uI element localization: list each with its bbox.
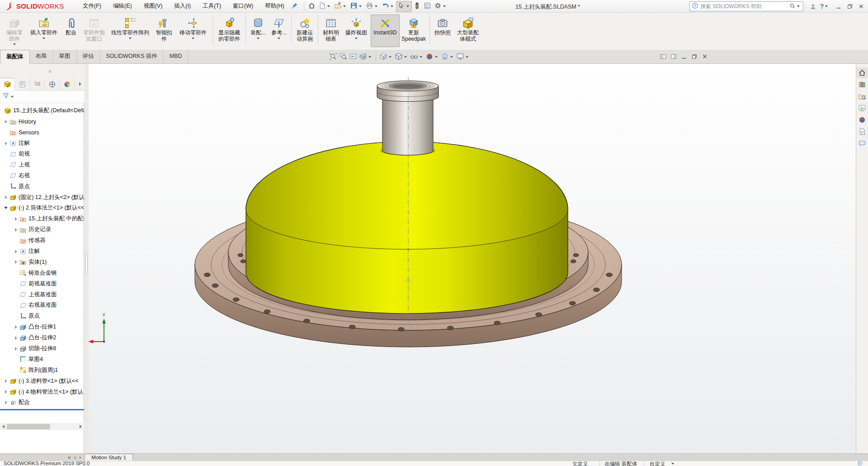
tree-item[interactable]: 阵列(圆周)1 xyxy=(0,365,84,376)
ribbon-button-assembly-feat[interactable]: 装配... xyxy=(248,14,269,47)
tree-expander[interactable] xyxy=(3,390,9,394)
search-input[interactable]: 搜索 SOLIDWORKS 帮助 xyxy=(700,3,789,10)
ribbon-button-linear-pattern[interactable]: 线性零部件阵列 xyxy=(108,14,153,47)
headsup-orient-button[interactable] xyxy=(378,52,394,62)
tree-expander[interactable] xyxy=(3,195,9,199)
search-box[interactable]: ? 搜索 SOLIDWORKS 帮助 xyxy=(689,1,803,11)
minimize-button[interactable] xyxy=(833,2,844,11)
print-dropdown-caret[interactable] xyxy=(375,5,377,7)
options-list-button[interactable] xyxy=(422,1,433,12)
tree-item[interactable]: (-) 4.物料管法兰<1> (默认 xyxy=(0,386,84,397)
tree-item[interactable]: 传感器 xyxy=(0,235,84,246)
command-tab-3[interactable]: 评估 xyxy=(77,50,100,64)
select-dropdown-caret[interactable] xyxy=(406,5,409,7)
ribbon-button-speedpak[interactable]: 更新Speedpak xyxy=(400,14,428,47)
help-button[interactable]: ? xyxy=(819,2,830,11)
feature-manager-tab-configurations[interactable] xyxy=(30,78,45,90)
tree-item[interactable]: 原点 xyxy=(0,311,84,322)
scene-dropdown-caret[interactable] xyxy=(450,56,453,58)
taskpane-custom-properties-button[interactable] xyxy=(857,126,868,137)
tree-item[interactable]: (-) 2.筒体法兰<1> (默认<< xyxy=(0,203,84,214)
section-dropdown-caret[interactable] xyxy=(368,56,371,58)
pin-icon[interactable] xyxy=(291,2,298,10)
taskpane-design-library-button[interactable] xyxy=(857,79,868,90)
ribbon-button-snapshot[interactable]: 拍快照 xyxy=(432,14,453,47)
ribbon-dropdown-caret[interactable] xyxy=(13,43,16,45)
tree-expander[interactable] xyxy=(13,336,19,340)
taskpane-home-button[interactable] xyxy=(857,67,868,78)
ribbon-button-large-assy[interactable]: 大型装配体模式 xyxy=(453,14,482,47)
headsup-appearance-button[interactable] xyxy=(425,52,440,62)
command-tab-5[interactable]: MBD xyxy=(164,50,189,64)
gear-dropdown-caret[interactable] xyxy=(443,5,446,7)
command-tab-1[interactable]: 布局 xyxy=(30,50,53,64)
doc-close-button[interactable] xyxy=(699,52,710,62)
tree-item[interactable]: 上视基准面 xyxy=(0,289,84,300)
command-tab-2[interactable]: 草图 xyxy=(53,50,77,64)
ribbon-button-explode[interactable]: 爆炸视图 xyxy=(342,14,371,47)
ribbon-dropdown-caret[interactable] xyxy=(192,38,194,39)
tree-item[interactable]: A注解 xyxy=(0,246,84,257)
scrollbar-thumb[interactable] xyxy=(7,424,50,429)
taskpane-view-palette-button[interactable] xyxy=(857,103,868,114)
appearance-dropdown-caret[interactable] xyxy=(435,56,438,58)
feature-manager-tab-features[interactable] xyxy=(0,78,15,90)
panel-expand-chevron[interactable] xyxy=(76,78,84,90)
tree-item[interactable]: 前视基准面 xyxy=(0,278,84,289)
status-tag-icon[interactable] xyxy=(857,461,863,466)
tree-expander[interactable] xyxy=(3,379,9,383)
ribbon-button-insert-comp[interactable]: 插入零部件 xyxy=(26,14,61,47)
tree-item[interactable]: 凸台-拉伸1 xyxy=(0,322,84,333)
open-button[interactable] xyxy=(333,1,349,12)
headsup-prev-view-button[interactable] xyxy=(348,52,358,62)
tree-item[interactable]: (-) 3.进料管<1> (默认<< xyxy=(0,376,84,386)
feature-manager-tab-dimxpert[interactable] xyxy=(45,78,60,90)
restore-button[interactable] xyxy=(844,2,855,11)
tree-item[interactable]: 历史记录 xyxy=(0,224,84,235)
ribbon-button-show-hide[interactable]: 显示隐藏的零部件 xyxy=(215,14,244,47)
print-button[interactable] xyxy=(364,1,380,12)
tree-item[interactable]: 右视基准面 xyxy=(0,300,84,311)
rebuild-button[interactable] xyxy=(412,1,422,12)
undo-dropdown-caret[interactable] xyxy=(391,5,393,7)
menu-item-0[interactable]: 文件(F) xyxy=(77,0,107,12)
view-settings-dropdown-caret[interactable] xyxy=(466,56,468,58)
gear-button[interactable] xyxy=(433,1,448,12)
home-button[interactable] xyxy=(307,1,317,12)
headsup-hide-show-button[interactable] xyxy=(409,52,425,62)
tree-expander[interactable] xyxy=(13,217,19,221)
orient-dropdown-caret[interactable] xyxy=(389,56,392,58)
headsup-section-button[interactable] xyxy=(358,52,373,62)
doc-pane-right-button[interactable] xyxy=(668,52,679,62)
doc-minimize-button[interactable] xyxy=(679,52,689,62)
tree-item[interactable]: 右视 xyxy=(0,170,84,181)
taskpane-appearances-button[interactable] xyxy=(857,114,868,125)
scroll-left-arrow[interactable] xyxy=(0,423,7,430)
3d-model-view[interactable]: Y X xyxy=(89,64,856,453)
motion-study-tab[interactable]: Motion Study 1 xyxy=(85,454,133,461)
tree-horizontal-scrollbar[interactable] xyxy=(0,423,84,430)
tree-item[interactable]: 凸台-拉伸2 xyxy=(0,333,84,343)
ribbon-button-bom[interactable]: 材料明细表 xyxy=(320,14,342,47)
tree-item[interactable]: 上视 xyxy=(0,159,84,170)
scroll-right-arrow[interactable] xyxy=(77,423,84,430)
motion-tab-nav-arrows[interactable]: « ‹ › xyxy=(68,454,82,461)
undo-button[interactable] xyxy=(380,1,396,12)
ribbon-button-move-comp[interactable]: 移动零部件 xyxy=(175,14,211,47)
tree-item[interactable]: 铸造合金钢 xyxy=(0,267,84,278)
ribbon-button-ref-geo[interactable]: 参考... xyxy=(269,14,289,47)
menu-item-4[interactable]: 工具(T) xyxy=(197,0,227,12)
menu-item-6[interactable]: 帮助(H) xyxy=(259,0,290,12)
ribbon-dropdown-caret[interactable] xyxy=(129,38,132,39)
tree-item[interactable]: 实体(1) xyxy=(0,257,84,267)
tree-item[interactable]: 前视 xyxy=(0,149,84,160)
save-dropdown-caret[interactable] xyxy=(359,5,362,7)
doc-pane-left-button[interactable] xyxy=(658,52,668,62)
search-icon[interactable] xyxy=(789,3,796,10)
ribbon-dropdown-caret[interactable] xyxy=(42,38,45,39)
new-doc-dropdown-caret[interactable] xyxy=(327,5,330,7)
tree-expander[interactable] xyxy=(3,207,9,209)
menu-item-2[interactable]: 视图(V) xyxy=(138,0,169,12)
headsup-zoom-fit-button[interactable] xyxy=(328,52,338,62)
status-custom-caret[interactable] xyxy=(671,463,674,465)
